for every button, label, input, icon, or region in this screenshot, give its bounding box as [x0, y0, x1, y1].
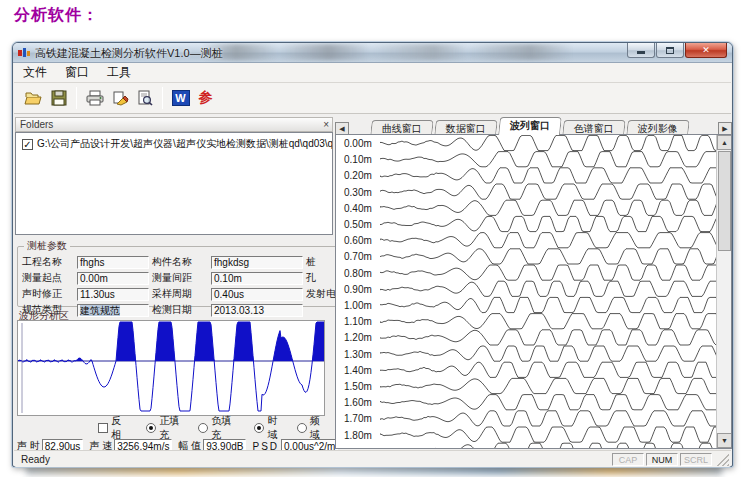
param-label: 构件名称	[152, 255, 208, 269]
folders-panel-header: Folders ×	[15, 117, 333, 132]
menu-window[interactable]: 窗口	[56, 62, 98, 83]
scroll-up-icon[interactable]: ▲	[717, 135, 732, 150]
param-value[interactable]: 0.00m	[77, 272, 149, 285]
waveform-analysis-plot[interactable]	[17, 320, 325, 416]
print-preview-icon	[137, 90, 153, 106]
right-tabstrip: ◀ 曲线窗口数据窗口波列窗口色谱窗口波列影像 ▶	[335, 117, 732, 135]
depth-label: 0.70m	[344, 251, 380, 262]
printer-icon	[86, 90, 104, 106]
close-icon: ✕	[702, 45, 710, 55]
print-setup-icon	[111, 90, 129, 106]
close-button[interactable]: ✕	[685, 43, 727, 58]
depth-label: 1.20m	[344, 332, 380, 343]
app-window: 高铁建混凝土检测分析软件V1.0—测桩 ✕ 文件 窗口 工具	[12, 42, 733, 467]
depth-label: 1.70m	[344, 413, 380, 424]
tabs: 曲线窗口数据窗口波列窗口色谱窗口波列影像	[371, 117, 691, 135]
indicator-scrl: SCRL	[680, 453, 712, 466]
param-value[interactable]: fhgkdsg	[211, 256, 303, 269]
wave-train-panel[interactable]: 0.00m0.10m0.20m0.30m0.40m0.50m0.60m0.70m…	[335, 134, 732, 449]
depth-label: 0.20m	[344, 170, 380, 181]
tab-4[interactable]: 色谱窗口	[562, 120, 626, 135]
param-label: 采样周期	[152, 287, 208, 301]
save-button[interactable]	[46, 86, 71, 110]
depth-label: 0.00m	[344, 138, 380, 149]
print-preview-button[interactable]	[132, 86, 157, 110]
depth-label: 0.50m	[344, 219, 380, 230]
param-label: 声时修正	[22, 287, 74, 301]
toolbar-separator	[76, 87, 77, 109]
folder-tree[interactable]: ✓ G:\公司产品设计开发\超声仪器\超声仪实地检测数据\测桩qd\qd03\q…	[15, 132, 333, 235]
menu-tools[interactable]: 工具	[98, 62, 140, 83]
param-value-selected-text: 建筑规范	[80, 305, 120, 316]
scrollbar-thumb[interactable]	[718, 151, 731, 251]
param-value[interactable]: 0.10m	[211, 272, 303, 285]
folders-close-icon[interactable]: ×	[323, 119, 329, 130]
param-value[interactable]: fhghs	[77, 256, 149, 269]
tab-label: 波列窗口	[510, 119, 550, 133]
depth-label: 1.60m	[344, 397, 380, 408]
depth-label: 0.30m	[344, 187, 380, 198]
param-value[interactable]: 建筑规范	[77, 304, 149, 317]
param-label: 工程名称	[22, 255, 74, 269]
tree-item-checkbox[interactable]: ✓	[22, 139, 33, 150]
depth-label: 0.80m	[344, 268, 380, 279]
param-value[interactable]: 0.40us	[211, 288, 303, 301]
maximize-button[interactable]	[656, 43, 684, 58]
page-title: 分析软件：	[14, 5, 99, 26]
indicator-num: NUM	[646, 453, 678, 466]
scroll-down-icon[interactable]: ▼	[717, 433, 732, 448]
wave-train-scrollbar[interactable]: ▲ ▼	[716, 135, 731, 448]
open-button[interactable]	[21, 86, 46, 110]
depth-label: 1.00m	[344, 300, 380, 311]
depth-label: 1.80m	[344, 430, 380, 441]
depth-label: 1.10m	[344, 316, 380, 327]
screenshot-stage: 分析软件： 高铁建混凝土检测分析软件V1.0—测桩 ✕ 文件 窗口 工具	[0, 0, 745, 477]
folders-panel-title: Folders	[20, 119, 53, 130]
param-label: 检测日期	[152, 303, 208, 317]
print-button[interactable]	[82, 86, 107, 110]
statusbar: Ready CAPNUMSCRL	[14, 450, 731, 467]
titlebar[interactable]: 高铁建混凝土检测分析软件V1.0—测桩 ✕	[13, 43, 732, 63]
status-text: Ready	[21, 454, 612, 465]
param-label: 测量间距	[152, 271, 208, 285]
toolbar: W 参	[14, 83, 731, 114]
tab-1[interactable]: 曲线窗口	[370, 120, 434, 135]
time-domain-radio[interactable]	[254, 423, 264, 433]
fill-positive-radio[interactable]	[146, 423, 156, 433]
tab-2[interactable]: 数据窗口	[434, 120, 498, 135]
menubar: 文件 窗口 工具	[14, 63, 731, 83]
tree-item[interactable]: ✓ G:\公司产品设计开发\超声仪器\超声仪实地检测数据\测桩qd\qd03\q…	[22, 137, 330, 151]
word-icon: W	[172, 90, 190, 106]
status-indicators: CAPNUMSCRL	[612, 453, 714, 466]
depth-label: 1.50m	[344, 381, 380, 392]
resize-grip[interactable]	[716, 453, 729, 466]
word-export-button[interactable]: W	[168, 86, 193, 110]
parameters-button[interactable]: 参	[193, 86, 218, 110]
depth-label: 0.90m	[344, 284, 380, 295]
print-setup-button[interactable]	[107, 86, 132, 110]
fill-negative-radio[interactable]	[198, 423, 208, 433]
depth-label: 0.10m	[344, 154, 380, 165]
param-value[interactable]: 11.30us	[77, 288, 149, 301]
invert-checkbox[interactable]	[98, 423, 108, 433]
depth-label: 0.40m	[344, 203, 380, 214]
pile-parameters-legend: 测桩参数	[24, 239, 70, 253]
tab-3[interactable]: 波列窗口	[498, 117, 562, 135]
window-title: 高铁建混凝土检测分析软件V1.0—测桩	[35, 46, 223, 61]
minimize-button[interactable]	[627, 43, 655, 58]
open-folder-icon	[24, 91, 43, 106]
titlebar-glass-blur	[203, 44, 623, 60]
wave-train-chart	[380, 135, 718, 449]
save-floppy-icon	[51, 90, 67, 106]
param-label: 测量起点	[22, 271, 74, 285]
maximize-icon	[666, 47, 674, 54]
freq-domain-radio[interactable]	[297, 423, 307, 433]
param-value[interactable]: 2013.03.13	[211, 304, 303, 317]
tab-5[interactable]: 波列影像	[626, 120, 690, 135]
menu-file[interactable]: 文件	[14, 62, 56, 83]
depth-label: 0.60m	[344, 235, 380, 246]
waveform-controls: 反相 正填充 负填充 时域 频域	[17, 421, 329, 435]
minimize-icon	[637, 51, 645, 54]
indicator-cap: CAP	[612, 453, 644, 466]
depth-label: 1.30m	[344, 349, 380, 360]
